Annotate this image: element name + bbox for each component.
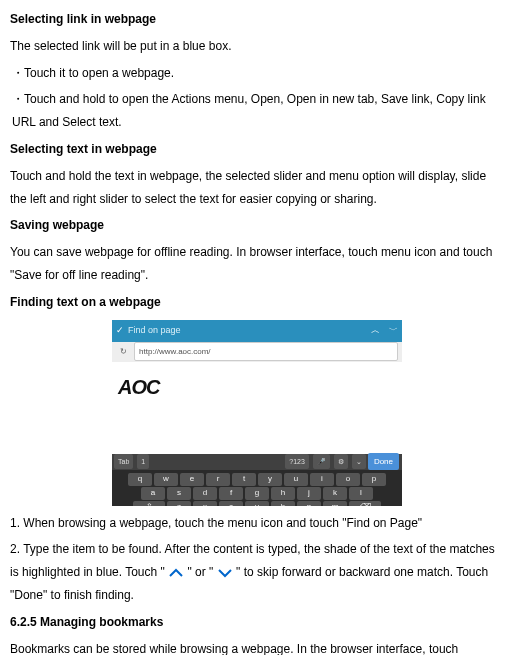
bullet-item: ・Touch and hold to open the Actions menu…	[12, 88, 504, 134]
chevron-down-icon	[217, 568, 233, 578]
aoc-logo: AOC	[118, 368, 159, 406]
key[interactable]: y	[258, 473, 282, 486]
keyboard-down-icon[interactable]: ⌄	[352, 454, 366, 469]
key[interactable]: i	[310, 473, 334, 486]
key[interactable]: t	[232, 473, 256, 486]
key[interactable]: b	[271, 501, 295, 506]
key-row: ⇧ z x c v b n m ⌫	[114, 501, 400, 506]
refresh-icon[interactable]: ↻	[112, 344, 134, 359]
heading-selecting-text: Selecting text in webpage	[10, 138, 504, 161]
key[interactable]: r	[206, 473, 230, 486]
key[interactable]: w	[154, 473, 178, 486]
key[interactable]: f	[219, 487, 243, 500]
key[interactable]: x	[193, 501, 217, 506]
key[interactable]: c	[219, 501, 243, 506]
heading-selecting-link: Selecting link in webpage	[10, 8, 504, 31]
key[interactable]: h	[271, 487, 295, 500]
key[interactable]: s	[167, 487, 191, 500]
key[interactable]: o	[336, 473, 360, 486]
done-check-icon[interactable]: ✓	[112, 322, 128, 339]
page-body: AOC	[112, 362, 402, 454]
key[interactable]: u	[284, 473, 308, 486]
paragraph: Touch and hold the text in webpage, the …	[10, 165, 504, 211]
backspace-key[interactable]: ⌫	[349, 501, 381, 506]
key[interactable]: n	[297, 501, 321, 506]
key[interactable]: e	[180, 473, 204, 486]
paragraph: Bookmarks can be stored while browsing a…	[10, 638, 504, 655]
paragraph: The selected link will be put in a blue …	[10, 35, 504, 58]
bullet-item: ・Touch it to open a webpage.	[12, 62, 504, 85]
key[interactable]: q	[128, 473, 152, 486]
screenshot-figure: ✓ Find on page ︿ ﹀ ↻ http://www.aoc.com/…	[112, 320, 402, 506]
mic-icon[interactable]: 🎤	[313, 454, 330, 469]
find-label: Find on page	[128, 322, 366, 339]
keyboard: qwertyuiop asdfghjkl ⇧ z x c v b n m ⌫	[112, 470, 402, 506]
chevron-up-icon[interactable]: ︿	[366, 322, 384, 339]
find-titlebar: ✓ Find on page ︿ ﹀	[112, 320, 402, 342]
numeric-key[interactable]: ?123	[285, 454, 309, 469]
key[interactable]: d	[193, 487, 217, 500]
key[interactable]: m	[323, 501, 347, 506]
tab-key[interactable]: Tab	[114, 454, 133, 469]
key[interactable]: k	[323, 487, 347, 500]
done-button[interactable]: Done	[368, 453, 399, 470]
url-text[interactable]: http://www.aoc.com/	[134, 342, 398, 361]
step-2: 2. Type the item to be found. After the …	[10, 538, 504, 606]
tab-count[interactable]: 1	[137, 454, 149, 469]
key-row: qwertyuiop	[114, 473, 400, 486]
key[interactable]: a	[141, 487, 165, 500]
chevron-up-icon	[168, 568, 184, 578]
key[interactable]: j	[297, 487, 321, 500]
url-bar: ↻ http://www.aoc.com/	[112, 342, 402, 362]
keyboard-toprow: Tab 1 ?123 🎤 ⚙ ⌄ Done	[112, 454, 402, 470]
chevron-down-icon[interactable]: ﹀	[384, 322, 402, 339]
heading-saving-webpage: Saving webpage	[10, 214, 504, 237]
step-1: 1. When browsing a webpage, touch the me…	[10, 512, 504, 535]
key[interactable]: g	[245, 487, 269, 500]
key[interactable]: z	[167, 501, 191, 506]
key[interactable]: l	[349, 487, 373, 500]
heading-finding-text: Finding text on a webpage	[10, 291, 504, 314]
shift-key[interactable]: ⇧	[133, 501, 165, 506]
heading-managing-bookmarks: 6.2.5 Managing bookmarks	[10, 611, 504, 634]
key-row: asdfghjkl	[114, 487, 400, 500]
settings-icon[interactable]: ⚙	[334, 454, 348, 469]
paragraph: You can save webpage for offline reading…	[10, 241, 504, 287]
key[interactable]: v	[245, 501, 269, 506]
key[interactable]: p	[362, 473, 386, 486]
